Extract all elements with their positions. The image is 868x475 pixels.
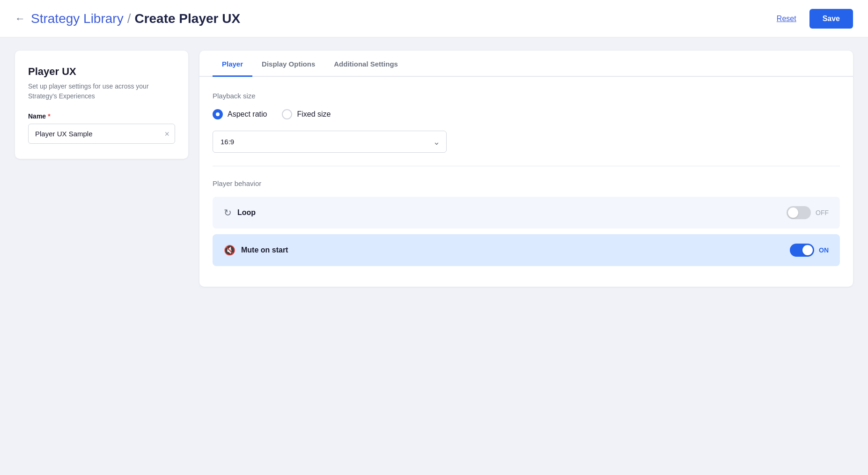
back-button[interactable]: ← [15, 13, 25, 25]
loop-icon: ↻ [224, 207, 232, 218]
player-behavior-label: Player behavior [213, 179, 840, 187]
aspect-ratio-select-wrapper: 16:9 4:3 1:1 ⌄ [213, 131, 447, 153]
mute-behavior-row: 🔇 Mute on start ON [213, 234, 840, 266]
mute-label: Mute on start [241, 246, 288, 254]
reset-button[interactable]: Reset [771, 11, 802, 27]
playback-size-radio-group: Aspect ratio Fixed size [213, 109, 840, 119]
playback-size-label: Playback size [213, 92, 840, 100]
main-content: Player UX Set up player settings for use… [0, 37, 868, 300]
mute-toggle-thumb [802, 245, 813, 255]
name-input-clear-button[interactable]: × [164, 130, 169, 138]
loop-toggle-thumb [788, 208, 798, 218]
radio-aspect-ratio[interactable]: Aspect ratio [213, 109, 267, 119]
panel-description: Set up player settings for use across yo… [28, 82, 175, 101]
breadcrumb-separator: / [127, 11, 131, 26]
mute-behavior-right: ON [790, 244, 829, 257]
tab-display-options[interactable]: Display Options [252, 51, 324, 77]
mute-toggle[interactable] [790, 244, 814, 257]
panel-title: Player UX [28, 66, 175, 78]
mute-behavior-left: 🔇 Mute on start [224, 245, 288, 256]
loop-label: Loop [237, 208, 256, 217]
tab-content-player: Playback size Aspect ratio Fixed size 16… [199, 77, 853, 287]
name-input-wrapper: × [28, 124, 175, 144]
header-actions: Reset Save [771, 9, 853, 29]
name-field-label: Name * [28, 112, 175, 120]
breadcrumb: Strategy Library / Create Player UX [31, 11, 240, 26]
loop-behavior-right: OFF [787, 206, 829, 219]
tabs: Player Display Options Additional Settin… [199, 51, 853, 77]
mute-toggle-status: ON [819, 246, 829, 254]
mute-icon: 🔇 [224, 245, 235, 256]
tab-additional-settings[interactable]: Additional Settings [324, 51, 407, 77]
aspect-ratio-select[interactable]: 16:9 4:3 1:1 [213, 131, 447, 153]
tab-player[interactable]: Player [213, 51, 252, 77]
save-button[interactable]: Save [809, 9, 853, 29]
required-indicator: * [48, 112, 50, 120]
radio-aspect-ratio-label: Aspect ratio [228, 110, 267, 119]
app-header: ← Strategy Library / Create Player UX Re… [0, 0, 868, 37]
radio-aspect-ratio-indicator [213, 109, 223, 119]
radio-fixed-size-indicator [282, 109, 292, 119]
left-panel: Player UX Set up player settings for use… [15, 51, 188, 159]
radio-fixed-size-label: Fixed size [297, 110, 331, 119]
section-divider [213, 166, 840, 166]
mute-toggle-track [790, 244, 814, 257]
loop-toggle[interactable] [787, 206, 811, 219]
loop-toggle-status: OFF [816, 209, 829, 216]
loop-behavior-left: ↻ Loop [224, 207, 256, 218]
right-panel: Player Display Options Additional Settin… [199, 51, 853, 287]
breadcrumb-current-page: Create Player UX [134, 11, 240, 26]
loop-behavior-row: ↻ Loop OFF [213, 197, 840, 229]
breadcrumb-library[interactable]: Strategy Library [31, 11, 124, 26]
loop-toggle-track [787, 206, 811, 219]
radio-fixed-size[interactable]: Fixed size [282, 109, 331, 119]
header-left: ← Strategy Library / Create Player UX [15, 11, 240, 26]
name-input[interactable] [28, 124, 175, 144]
